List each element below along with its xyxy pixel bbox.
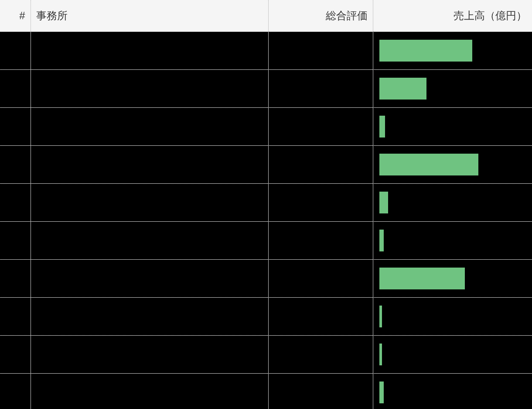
ranking-table: # 事務所 総合評価 売上高（億円） — [0, 0, 532, 409]
cell-rank — [0, 70, 31, 108]
bar-container — [373, 298, 532, 335]
cell-rank — [0, 222, 31, 260]
cell-rank — [0, 146, 31, 184]
cell-revenue — [373, 336, 532, 374]
table-row[interactable] — [0, 70, 532, 108]
cell-office — [31, 146, 268, 184]
cell-office — [31, 298, 268, 336]
cell-revenue — [373, 32, 532, 70]
cell-office — [31, 336, 268, 374]
cell-rank — [0, 374, 31, 409]
header-revenue[interactable]: 売上高（億円） — [373, 0, 532, 32]
cell-rating — [268, 32, 373, 70]
cell-rating — [268, 336, 373, 374]
header-rating[interactable]: 総合評価 — [268, 0, 373, 32]
cell-revenue — [373, 260, 532, 298]
bar-container — [373, 374, 532, 409]
table-row[interactable] — [0, 184, 532, 222]
bar-container — [373, 260, 532, 297]
revenue-bar — [379, 154, 478, 175]
bar-container — [373, 336, 532, 373]
cell-office — [31, 374, 268, 409]
table-row[interactable] — [0, 336, 532, 374]
cell-revenue — [373, 184, 532, 222]
cell-office — [31, 108, 268, 146]
cell-revenue — [373, 374, 532, 409]
revenue-bar — [379, 344, 382, 365]
table-row[interactable] — [0, 108, 532, 146]
revenue-bar — [379, 268, 465, 289]
table-body — [0, 32, 532, 409]
cell-rank — [0, 32, 31, 70]
cell-rating — [268, 70, 373, 108]
revenue-bar — [379, 306, 382, 327]
bar-container — [373, 184, 532, 221]
table-header-row: # 事務所 総合評価 売上高（億円） — [0, 0, 532, 32]
cell-rating — [268, 146, 373, 184]
table-row[interactable] — [0, 32, 532, 70]
cell-office — [31, 184, 268, 222]
bar-container — [373, 32, 532, 69]
header-rank[interactable]: # — [0, 0, 31, 32]
cell-revenue — [373, 70, 532, 108]
bar-container — [373, 146, 532, 183]
cell-revenue — [373, 298, 532, 336]
cell-rating — [268, 298, 373, 336]
table-row[interactable] — [0, 298, 532, 336]
bar-container — [373, 108, 532, 145]
table-row[interactable] — [0, 260, 532, 298]
revenue-bar — [379, 78, 426, 100]
cell-office — [31, 32, 268, 70]
revenue-bar — [379, 382, 384, 403]
table-row[interactable] — [0, 222, 532, 260]
cell-rating — [268, 108, 373, 146]
header-office[interactable]: 事務所 — [31, 0, 268, 32]
table-row[interactable] — [0, 146, 532, 184]
table-row[interactable] — [0, 374, 532, 409]
cell-rating — [268, 222, 373, 260]
cell-revenue — [373, 108, 532, 146]
cell-rating — [268, 184, 373, 222]
cell-office — [31, 260, 268, 298]
bar-container — [373, 70, 532, 107]
cell-rank — [0, 108, 31, 146]
cell-rating — [268, 374, 373, 409]
cell-rank — [0, 298, 31, 336]
cell-rank — [0, 260, 31, 298]
cell-revenue — [373, 146, 532, 184]
revenue-bar — [379, 40, 473, 62]
cell-revenue — [373, 222, 532, 260]
cell-rating — [268, 260, 373, 298]
cell-office — [31, 222, 268, 260]
bar-container — [373, 222, 532, 259]
cell-rank — [0, 336, 31, 374]
revenue-bar — [379, 192, 388, 213]
cell-rank — [0, 184, 31, 222]
revenue-bar — [379, 230, 384, 251]
revenue-bar — [379, 116, 385, 137]
cell-office — [31, 70, 268, 108]
